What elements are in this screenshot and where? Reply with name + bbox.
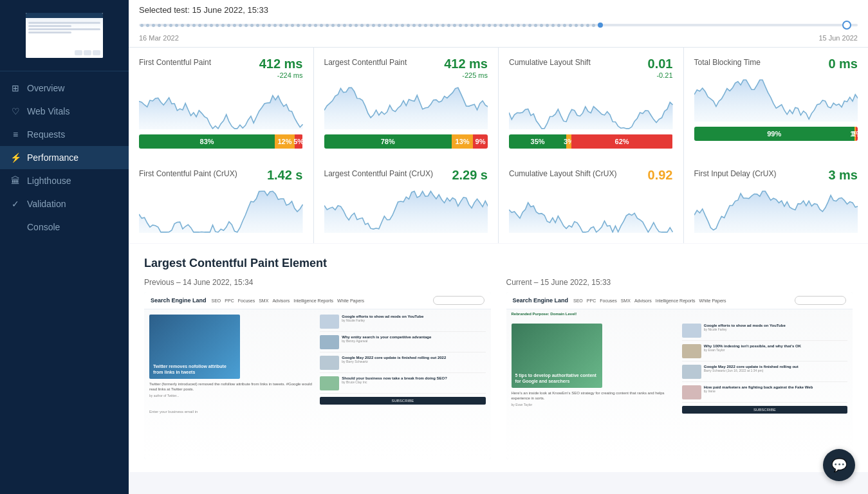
selected-test-label: Selected test: 15 June 2022, 15:33 — [139, 5, 858, 15]
timeline-dot[interactable] — [598, 23, 603, 28]
sidebar-item-validation[interactable]: ✓ Validation — [0, 192, 129, 215]
sidebar-item-web-vitals[interactable]: ♡ Web Vitals — [0, 100, 129, 123]
timeline-dot[interactable] — [297, 24, 300, 27]
timeline-dot[interactable] — [534, 24, 537, 27]
timeline-dot[interactable] — [372, 24, 375, 27]
metric-value-lcp-crux: 2.29 s — [452, 168, 488, 183]
timeline-dot[interactable] — [470, 24, 474, 27]
timeline-dot[interactable] — [239, 24, 242, 27]
sidebar-item-overview[interactable]: ⊞ Overview — [0, 77, 129, 100]
timeline-dots — [139, 19, 858, 32]
timeline-dot[interactable] — [349, 24, 352, 27]
timeline-dot[interactable] — [262, 24, 265, 27]
timeline-dot[interactable] — [331, 24, 335, 27]
timeline-dot[interactable] — [169, 24, 172, 27]
timeline-dot[interactable] — [580, 24, 584, 27]
timeline-dot[interactable] — [204, 24, 207, 27]
timeline-dot[interactable] — [389, 24, 392, 27]
timeline-dot[interactable] — [499, 24, 503, 27]
timeline-dot[interactable] — [412, 24, 416, 27]
timeline-dot[interactable] — [430, 24, 433, 27]
timeline-dot[interactable] — [285, 24, 288, 27]
timeline-dot[interactable] — [221, 24, 225, 27]
timeline-dot[interactable] — [187, 24, 190, 27]
timeline-dot[interactable] — [522, 24, 526, 27]
timeline-bar[interactable] — [139, 19, 858, 32]
timeline-dot[interactable] — [152, 24, 155, 27]
timeline-dot[interactable] — [140, 24, 143, 27]
timeline-dot[interactable] — [326, 24, 329, 27]
site-thumbnail — [26, 13, 103, 58]
timeline-dot[interactable] — [407, 24, 410, 27]
timeline-dot[interactable] — [320, 24, 323, 27]
metric-card-cls-crux: Cumulative Layout Shift (CrUX) 0.92 — [499, 159, 683, 243]
timeline-dot[interactable] — [575, 24, 578, 27]
sidebar-item-performance[interactable]: ⚡ Performance — [0, 146, 129, 169]
timeline-dot[interactable] — [302, 24, 306, 27]
timeline-dot[interactable] — [557, 24, 560, 27]
sidebar-item-requests[interactable]: ≡ Requests — [0, 123, 129, 146]
overview-icon: ⊞ — [10, 83, 21, 93]
timeline-dot[interactable] — [505, 24, 508, 27]
timeline-dot[interactable] — [551, 24, 555, 27]
timeline-dot[interactable] — [482, 24, 485, 27]
timeline-dot[interactable] — [343, 24, 346, 27]
timeline-dot[interactable] — [163, 24, 167, 27]
lcp-section-title: Largest Contentful Paint Element — [144, 257, 853, 270]
timeline-dot[interactable] — [424, 24, 427, 27]
timeline-dot[interactable] — [360, 24, 364, 27]
sidebar-item-console[interactable]: Console — [0, 215, 129, 239]
timeline-dot[interactable] — [175, 24, 178, 27]
timeline-dot[interactable] — [436, 24, 439, 27]
timeline-dot[interactable] — [447, 24, 450, 27]
timeline-dot[interactable] — [418, 24, 421, 27]
timeline-dot[interactable] — [511, 24, 514, 27]
timeline-dot[interactable] — [540, 24, 543, 27]
timeline-dot[interactable] — [210, 24, 213, 27]
metric-chart-lcp-crux — [324, 188, 488, 233]
timeline-dot[interactable] — [337, 24, 340, 27]
timeline-dot[interactable] — [517, 24, 520, 27]
timeline-dot[interactable] — [494, 24, 497, 27]
timeline-dot[interactable] — [465, 24, 468, 27]
timeline-dot[interactable] — [256, 24, 259, 27]
timeline-dot[interactable] — [488, 24, 491, 27]
sidebar-item-lighthouse[interactable]: 🏛 Lighthouse — [0, 169, 129, 192]
timeline-dot[interactable] — [586, 24, 589, 27]
timeline-dot[interactable] — [250, 24, 254, 27]
timeline-dot[interactable] — [245, 24, 248, 27]
timeline-dot[interactable] — [216, 24, 219, 27]
timeline-dot[interactable] — [401, 24, 404, 27]
timeline-dot[interactable] — [198, 24, 201, 27]
timeline-dot[interactable] — [383, 24, 387, 27]
timeline-dot[interactable] — [227, 24, 230, 27]
timeline-dot[interactable] — [279, 24, 282, 27]
metric-chart-lcp — [324, 84, 488, 129]
metric-delta-cls: -0.21 — [509, 71, 673, 79]
timeline-dot[interactable] — [181, 24, 184, 27]
timeline-dot[interactable] — [528, 24, 531, 27]
timeline-dot[interactable] — [378, 24, 381, 27]
timeline-dot[interactable] — [476, 24, 479, 27]
timeline-dot[interactable] — [158, 24, 161, 27]
timeline-dot[interactable] — [459, 24, 462, 27]
timeline-dot[interactable] — [355, 24, 358, 27]
timeline-dot[interactable] — [592, 24, 595, 27]
timeline-dot[interactable] — [314, 24, 317, 27]
chat-button[interactable]: 💬 — [823, 449, 855, 481]
timeline-dot[interactable] — [233, 24, 236, 27]
timeline-dot[interactable] — [395, 24, 398, 27]
timeline-dot[interactable] — [273, 24, 277, 27]
timeline-dot[interactable] — [569, 24, 572, 27]
timeline-selector[interactable] — [842, 21, 851, 30]
timeline-dot[interactable] — [192, 24, 196, 27]
timeline-dot[interactable] — [146, 24, 149, 27]
timeline-dot[interactable] — [291, 24, 294, 27]
timeline-dot[interactable] — [453, 24, 456, 27]
timeline-dot[interactable] — [563, 24, 566, 27]
timeline-dot[interactable] — [366, 24, 369, 27]
timeline-dot[interactable] — [308, 24, 311, 27]
timeline-dot[interactable] — [546, 24, 549, 27]
timeline-dot[interactable] — [441, 24, 445, 27]
timeline-dot[interactable] — [268, 24, 271, 27]
